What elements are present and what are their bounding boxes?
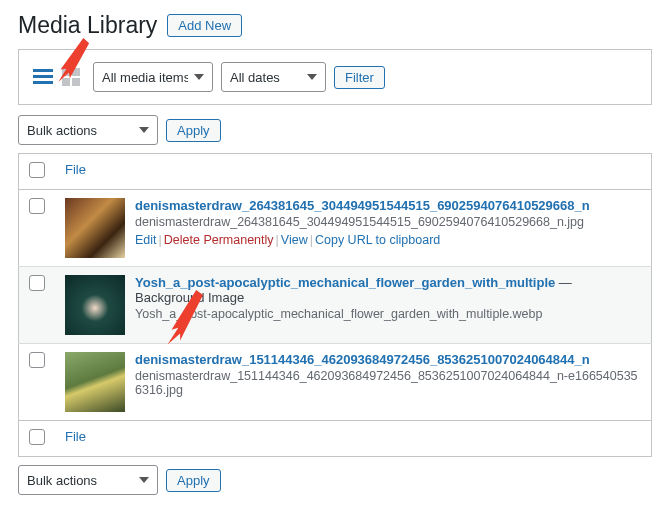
page-title: Media Library (18, 12, 157, 39)
media-type-filter[interactable]: All media items (93, 62, 213, 92)
grid-view-icon[interactable] (57, 63, 85, 91)
bulk-actions-select-top[interactable]: Bulk actions (18, 115, 158, 145)
file-name: denismasterdraw_151144346_46209368497245… (135, 369, 641, 397)
view-link[interactable]: View (281, 233, 308, 247)
file-title-link[interactable]: denismasterdraw_264381645_30449495154451… (135, 198, 590, 213)
svg-rect-0 (33, 69, 53, 72)
file-title-link[interactable]: denismasterdraw_151144346_46209368497245… (135, 352, 590, 367)
column-file-bottom[interactable]: File (65, 429, 86, 444)
svg-rect-6 (72, 78, 80, 86)
file-name: Yosh_a_post-apocalyptic_mechanical_flowe… (135, 307, 641, 321)
filter-toolbar: All media items All dates Filter (18, 49, 652, 105)
svg-rect-5 (62, 78, 70, 86)
date-filter[interactable]: All dates (221, 62, 326, 92)
filter-button[interactable]: Filter (334, 66, 385, 89)
list-view-icon[interactable] (29, 63, 57, 91)
apply-button-top[interactable]: Apply (166, 119, 221, 142)
column-file[interactable]: File (65, 162, 86, 177)
thumbnail[interactable] (65, 198, 125, 258)
svg-rect-4 (72, 68, 80, 76)
select-all-bottom[interactable] (29, 429, 45, 445)
svg-rect-2 (33, 81, 53, 84)
thumbnail[interactable] (65, 275, 125, 335)
table-row: denismasterdraw_264381645_30449495154451… (19, 190, 652, 267)
edit-link[interactable]: Edit (135, 233, 157, 247)
table-row: Yosh_a_post-apocalyptic_mechanical_flowe… (19, 267, 652, 344)
copy-url-link[interactable]: Copy URL to clipboard (315, 233, 440, 247)
bulk-actions-select-bottom[interactable]: Bulk actions (18, 465, 158, 495)
add-new-button[interactable]: Add New (167, 14, 242, 37)
file-name: denismasterdraw_264381645_30449495154451… (135, 215, 641, 229)
media-table: File denismasterdraw_264381645_304494951… (18, 153, 652, 457)
select-all-top[interactable] (29, 162, 45, 178)
row-actions: Edit|Delete Permanently|View|Copy URL to… (135, 233, 641, 247)
table-row: denismasterdraw_151144346_46209368497245… (19, 344, 652, 421)
apply-button-bottom[interactable]: Apply (166, 469, 221, 492)
thumbnail[interactable] (65, 352, 125, 412)
svg-rect-1 (33, 75, 53, 78)
delete-link[interactable]: Delete Permanently (164, 233, 274, 247)
row-checkbox[interactable] (29, 198, 45, 214)
row-checkbox[interactable] (29, 352, 45, 368)
file-title-link[interactable]: Yosh_a_post-apocalyptic_mechanical_flowe… (135, 275, 555, 290)
row-checkbox[interactable] (29, 275, 45, 291)
svg-rect-3 (62, 68, 70, 76)
